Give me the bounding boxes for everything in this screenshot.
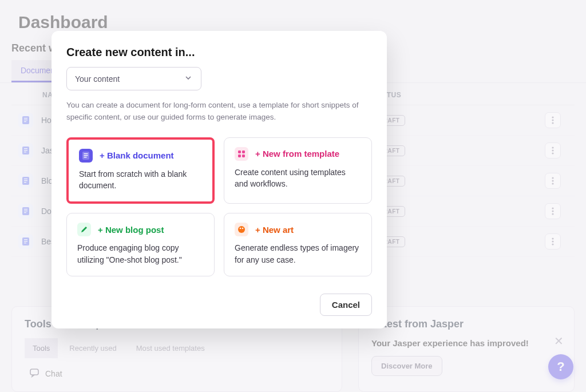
option-new-blog-post[interactable]: + New blog post Produce engaging blog co… <box>66 213 215 276</box>
modal-description: You can create a document for long-form … <box>66 100 372 124</box>
modal-title: Create new content in... <box>66 46 372 59</box>
folder-select[interactable]: Your content <box>66 67 201 90</box>
svg-rect-41 <box>242 151 245 153</box>
option-new-art[interactable]: + New art Generate endless types of imag… <box>224 213 372 276</box>
document-icon <box>79 149 93 163</box>
template-icon <box>235 147 248 161</box>
chevron-down-icon <box>184 73 193 84</box>
option-body: Start from scratch with a blank document… <box>79 168 202 192</box>
svg-rect-39 <box>84 157 87 157</box>
option-title: + New art <box>255 225 294 235</box>
option-title: + New from template <box>255 149 339 159</box>
create-content-modal: Create new content in... Your content Yo… <box>52 31 387 328</box>
pencil-icon <box>77 223 91 236</box>
option-new-from-template[interactable]: + New from template Create content using… <box>224 137 372 204</box>
cancel-button[interactable]: Cancel <box>320 294 372 316</box>
svg-point-44 <box>238 226 245 233</box>
option-title: + Blank document <box>100 151 174 160</box>
art-icon <box>235 223 248 236</box>
svg-point-46 <box>242 228 244 229</box>
option-body: Generate endless types of imagery for an… <box>235 242 361 266</box>
option-title: + New blog post <box>98 225 164 235</box>
svg-rect-37 <box>84 153 88 154</box>
svg-point-45 <box>240 228 241 229</box>
option-body: Create content using templates and workf… <box>235 167 361 190</box>
option-blank-document[interactable]: + Blank document Start from scratch with… <box>66 137 215 204</box>
svg-rect-42 <box>238 155 241 157</box>
svg-rect-43 <box>242 155 245 157</box>
svg-rect-40 <box>238 151 241 153</box>
option-body: Produce engaging blog copy utilizing "On… <box>77 242 204 266</box>
svg-rect-38 <box>84 155 88 156</box>
folder-select-value: Your content <box>75 74 120 84</box>
